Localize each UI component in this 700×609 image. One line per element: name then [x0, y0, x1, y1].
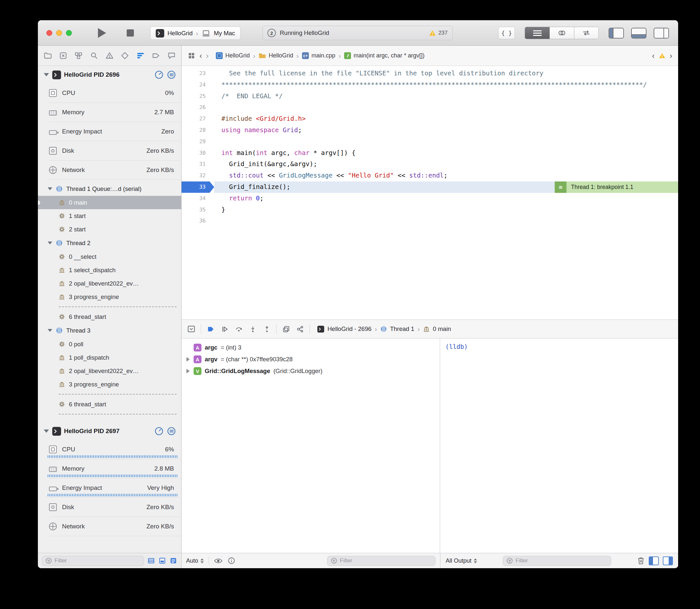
breadcrumb-project[interactable]: HelloGrid — [216, 52, 250, 59]
stat-row[interactable]: Memory 2.8 MB — [49, 459, 181, 478]
navigator-panel-toggle[interactable] — [609, 28, 624, 38]
stat-row[interactable]: Disk Zero KB/s — [49, 498, 181, 517]
line-number[interactable]: 34 — [182, 193, 214, 204]
disclosure-triangle-icon[interactable] — [44, 73, 49, 76]
debug-process-label[interactable]: HelloGrid - 2696 — [327, 325, 372, 333]
disclosure-triangle-icon[interactable] — [185, 357, 190, 362]
symbol-navigator-icon[interactable] — [74, 51, 83, 60]
code-text[interactable]: See the full license in the file "LICENS… — [214, 68, 678, 79]
project-navigator-icon[interactable] — [43, 51, 52, 60]
line-number[interactable]: 25 — [182, 91, 214, 102]
test-navigator-icon[interactable] — [120, 51, 130, 60]
stack-frame-row[interactable]: 3 progress_engine — [38, 378, 181, 391]
zoom-button[interactable] — [66, 30, 72, 36]
line-number[interactable]: 30 — [182, 147, 214, 159]
stat-row[interactable]: Disk Zero KB/s — [49, 141, 181, 160]
report-navigator-icon[interactable] — [167, 51, 176, 60]
step-into-button[interactable] — [248, 325, 257, 333]
stat-row[interactable]: Energy Impact Zero — [49, 122, 181, 141]
memory-gauge-button[interactable] — [167, 70, 176, 79]
debug-thread-label[interactable]: Thread 1 — [390, 325, 414, 333]
forward-button[interactable] — [206, 52, 209, 60]
line-number[interactable]: 23 — [182, 68, 214, 79]
version-editor-button[interactable] — [574, 27, 598, 39]
console-output-selector[interactable]: All Output — [446, 557, 477, 564]
code-text[interactable]: Grid_init(&argc,&argv); — [214, 159, 678, 170]
navigator-filter-field[interactable] — [42, 556, 144, 566]
code-text[interactable] — [214, 215, 678, 227]
debug-frame-label[interactable]: 0 main — [433, 325, 451, 333]
code-text[interactable]: #include <Grid/Grid.h> — [214, 113, 678, 125]
code-text[interactable] — [214, 136, 678, 147]
step-over-button[interactable] — [234, 325, 243, 333]
stack-frame-row[interactable]: 0 main — [38, 196, 181, 209]
stat-row[interactable]: Energy Impact Very High — [49, 478, 181, 498]
navigator-filter-input[interactable] — [54, 557, 140, 564]
minimize-button[interactable] — [56, 30, 62, 36]
line-number[interactable]: 24 — [182, 79, 214, 91]
stack-compression-icon[interactable] — [158, 557, 166, 564]
disclosure-triangle-icon[interactable] — [48, 187, 52, 190]
utilities-panel-toggle[interactable] — [654, 28, 669, 38]
breakpoint-navigator-icon[interactable] — [152, 51, 160, 60]
stack-frame-row[interactable]: 2 start — [38, 223, 181, 236]
thread-header-row[interactable]: Thread 1 Queue:…d (serial) — [38, 182, 181, 196]
stat-row[interactable]: Memory 2.7 MB — [49, 103, 181, 122]
process-row[interactable]: HelloGrid PID 2697 — [38, 422, 181, 440]
source-control-navigator-icon[interactable] — [58, 51, 68, 60]
process-row[interactable]: HelloGrid PID 2696 — [38, 66, 181, 84]
stack-frame-row[interactable]: 1 poll_dispatch — [38, 351, 181, 364]
stat-row[interactable]: Network Zero KB/s — [49, 517, 181, 536]
line-number[interactable]: 32 — [182, 170, 214, 181]
stat-row[interactable]: Network Zero KB/s — [49, 160, 181, 180]
previous-issue-button[interactable] — [652, 52, 655, 60]
line-number[interactable]: 27 — [182, 113, 214, 125]
code-text[interactable]: std::cout << GridLogMessage << "Hello Gr… — [214, 170, 678, 181]
breakpoint-indicator[interactable]: 33 — [182, 181, 214, 193]
stack-frame-row[interactable]: 0 poll — [38, 337, 181, 351]
code-text[interactable]: return 0; — [214, 193, 678, 204]
stack-frame-row[interactable]: 3 progress_engine — [38, 290, 181, 303]
line-number[interactable]: 35 — [182, 204, 214, 216]
code-text[interactable]: using namespace Grid; — [214, 125, 678, 136]
clear-console-button[interactable] — [637, 556, 645, 565]
stack-frame-row[interactable]: 2 opal_libevent2022_ev… — [38, 364, 181, 378]
hide-debug-area-button[interactable] — [187, 325, 196, 333]
assistant-editor-button[interactable] — [549, 27, 574, 39]
view-process-by-thread-icon[interactable] — [169, 557, 177, 564]
disclosure-triangle-icon[interactable] — [185, 369, 190, 373]
source-editor[interactable]: 23 See the full license in the file "LIC… — [182, 66, 678, 319]
code-text[interactable]: Grid_finalize();Thread 1: breakpoint 1.1 — [214, 181, 678, 193]
quicklook-eye-icon[interactable] — [214, 558, 223, 564]
variables-scope-selector[interactable]: Auto — [186, 557, 204, 564]
stop-button[interactable] — [127, 29, 134, 37]
variables-filter-input[interactable] — [340, 557, 432, 564]
thread-header-row[interactable]: Thread 3 — [38, 324, 181, 337]
breadcrumb-group[interactable]: HelloGrid — [259, 52, 293, 59]
show-variables-view-toggle[interactable] — [649, 556, 659, 565]
breadcrumb-symbol[interactable]: f main(int argc, char * argv[]) — [344, 52, 424, 59]
memory-graph-button[interactable] — [295, 325, 305, 333]
line-number[interactable]: 29 — [182, 136, 214, 147]
variable-row[interactable]: A argc = (int) 3 — [182, 342, 440, 353]
show-console-view-toggle[interactable] — [663, 556, 673, 565]
activity-viewer[interactable]: 2 Running HelloGrid 237 — [262, 26, 453, 40]
continue-button[interactable] — [220, 325, 229, 333]
stack-frame-row[interactable]: 6 thread_start — [38, 398, 181, 411]
related-items-icon[interactable] — [187, 52, 195, 60]
thread-header-row[interactable]: Thread 2 — [38, 236, 181, 250]
line-number[interactable]: 28 — [182, 125, 214, 136]
variables-filter-field[interactable] — [327, 556, 436, 566]
code-text[interactable]: } — [214, 204, 678, 216]
code-text[interactable]: /* END LEGAL */ — [214, 91, 678, 102]
pause-gauge-button[interactable] — [154, 427, 164, 436]
code-snippet-button[interactable]: { } — [498, 27, 515, 39]
debug-navigator-icon[interactable] — [136, 51, 145, 60]
debug-area-toggle[interactable] — [631, 28, 647, 38]
stack-frame-row[interactable]: 0 __select — [38, 250, 181, 263]
breakpoints-toggle-button[interactable] — [206, 325, 215, 333]
standard-editor-button[interactable] — [525, 27, 549, 39]
warning-counter[interactable]: 237 — [429, 29, 448, 37]
code-text[interactable] — [214, 102, 678, 113]
console-filter-field[interactable] — [503, 556, 611, 566]
